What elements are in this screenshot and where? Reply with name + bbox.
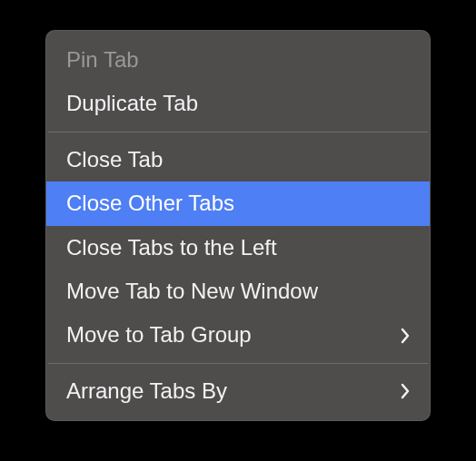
menu-item-move-to-tab-group[interactable]: Move to Tab Group: [46, 313, 430, 357]
menu-item-label: Move Tab to New Window: [66, 277, 318, 306]
menu-item-label: Close Tabs to the Left: [66, 233, 277, 262]
menu-item-duplicate-tab[interactable]: Duplicate Tab: [46, 82, 430, 125]
menu-item-label: Pin Tab: [66, 45, 139, 74]
menu-item-pin-tab: Pin Tab: [46, 38, 430, 82]
menu-item-close-tabs-left[interactable]: Close Tabs to the Left: [46, 226, 430, 270]
menu-item-close-tab[interactable]: Close Tab: [46, 138, 430, 181]
menu-separator: [48, 132, 428, 132]
menu-item-label: Close Tab: [66, 145, 163, 174]
menu-item-move-tab-new-window[interactable]: Move Tab to New Window: [46, 270, 430, 313]
menu-item-label: Close Other Tabs: [66, 189, 234, 218]
menu-item-arrange-tabs-by[interactable]: Arrange Tabs By: [46, 369, 430, 413]
chevron-right-icon: [401, 383, 410, 399]
menu-item-label: Move to Tab Group: [66, 320, 252, 349]
chevron-right-icon: [401, 328, 410, 344]
menu-item-label: Duplicate Tab: [66, 89, 198, 118]
menu-item-label: Arrange Tabs By: [66, 377, 227, 406]
tab-context-menu: Pin Tab Duplicate Tab Close Tab Close Ot…: [45, 30, 431, 421]
menu-separator: [48, 363, 428, 364]
menu-item-close-other-tabs[interactable]: Close Other Tabs: [46, 181, 430, 225]
